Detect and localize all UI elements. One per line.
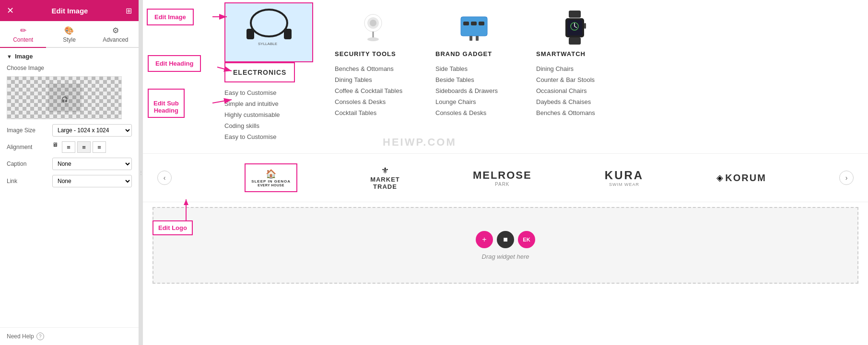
list-item[interactable]: Consoles & Desks [335, 96, 411, 107]
electronics-heading-box: ELECTRONICS [224, 62, 295, 82]
svg-rect-24 [479, 22, 484, 25]
nav-next-button[interactable]: › [839, 171, 854, 185]
link-row: Link None [7, 175, 132, 187]
main-content: Edit Image Edit Heading Edit Sub Heading [143, 0, 868, 345]
smartwatch-list: Dining Chairs Counter & Bar Stools Occas… [536, 63, 613, 118]
top-area: Edit Image Edit Heading Edit Sub Heading [143, 0, 868, 153]
image-size-select[interactable]: Large - 1024 x 1024 [52, 124, 132, 137]
link-select[interactable]: None [52, 175, 132, 187]
edit-subheading-label: Edit Sub Heading [153, 100, 179, 114]
svg-rect-34 [584, 23, 586, 29]
list-item[interactable]: Coffee & Cocktail Tables [335, 85, 411, 96]
add-widget-button[interactable]: + [476, 231, 493, 248]
tab-advanced-label: Advanced [103, 36, 128, 43]
brand-name-text: SLEEP IN GENOA EVERY HOUSE [251, 179, 291, 187]
brand-gadget-title: BRAND GADGET [435, 50, 512, 58]
image-preview[interactable]: 🎧 [7, 76, 122, 119]
electronics-list: Easy to Customise Simple and intuitive H… [224, 87, 295, 142]
brand-gadget-list: Side Tables Beside Tables Sideboards & D… [435, 63, 512, 118]
advanced-icon: ⚙ [112, 26, 119, 35]
list-item[interactable]: Beside Tables [435, 74, 512, 85]
list-item[interactable]: Occasional Chairs [536, 85, 613, 96]
brand-item-korum[interactable]: ◈ KORUM [716, 172, 766, 184]
brand-item-melrose[interactable]: MELROSE PARK [473, 169, 532, 187]
list-item[interactable]: Consoles & Desks [435, 107, 512, 118]
grid-icon[interactable]: ⊞ [126, 6, 132, 15]
chevron-icon: ▼ [7, 54, 12, 59]
brand-name-melrose: MELROSE [473, 169, 532, 182]
nav-prev-button[interactable]: ‹ [157, 171, 172, 185]
drag-text: Drag widget here [482, 253, 529, 260]
brand-sub-melrose: PARK [473, 182, 532, 187]
security-tools-list: Benches & Ottomans Dining Tables Coffee … [335, 63, 411, 118]
list-item[interactable]: Simple and intuitive [224, 98, 295, 109]
edit-heading-label: Edit Heading [155, 60, 193, 67]
security-tools-col: SECURITY TOOLS Benches & Ottomans Dining… [335, 10, 411, 118]
gadget-svg [456, 10, 492, 46]
list-item[interactable]: Lounge Chairs [435, 96, 512, 107]
caption-select[interactable]: None [52, 158, 132, 170]
close-icon[interactable]: ✕ [7, 5, 14, 16]
tab-content[interactable]: ✏ Content [0, 21, 46, 48]
list-item[interactable]: Benches & Ottomans [335, 63, 411, 74]
electronics-column: ELECTRONICS Easy to Customise Simple and… [224, 62, 295, 142]
brand-item-kura[interactable]: KURA SWIM WEAR [605, 169, 644, 187]
section-title: Image [15, 53, 33, 60]
svg-point-18 [370, 20, 376, 26]
list-item[interactable]: Dining Chairs [536, 63, 613, 74]
brand-name-korum: KORUM [725, 172, 766, 184]
list-item[interactable]: Counter & Bar Stools [536, 74, 613, 85]
bottom-section: + ■ EK Drag widget here [152, 207, 858, 284]
list-item[interactable]: Sideboards & Drawers [435, 85, 512, 96]
list-item[interactable]: Easy to Customise [224, 87, 295, 98]
tab-advanced[interactable]: ⚙ Advanced [93, 21, 139, 48]
content-area: Edit Image Edit Heading Edit Sub Heading [143, 0, 868, 345]
svg-rect-25 [469, 36, 472, 41]
brand-icon: 🏠 [266, 169, 276, 179]
list-item[interactable]: Benches & Ottomans [536, 107, 613, 118]
smartwatch-col: SMARTWATCH Dining Chairs Counter & Bar S… [536, 10, 613, 118]
watch-svg [557, 10, 593, 46]
list-item[interactable]: Dining Tables [335, 74, 411, 85]
brands-section: ‹ 🏠 SLEEP IN GENOA EVERY HOUSE Edit Logo [143, 153, 868, 202]
tab-style[interactable]: 🎨 Style [46, 21, 92, 48]
svg-rect-22 [463, 22, 469, 25]
svg-text:🎧: 🎧 [61, 96, 68, 103]
svg-rect-21 [461, 17, 487, 36]
brand-sub-kura: SWIM WEAR [609, 182, 639, 187]
align-right-button[interactable]: ≡ [93, 141, 106, 153]
choose-image-row: Choose Image [7, 65, 132, 71]
content-icon: ✏ [20, 26, 26, 35]
camera-svg [355, 10, 391, 46]
brand-logo-sleep-in-genoa[interactable]: 🏠 SLEEP IN GENOA EVERY HOUSE [245, 163, 297, 192]
help-label[interactable]: Need Help [7, 333, 34, 340]
tab-content-label: Content [13, 36, 33, 43]
align-left-button[interactable]: ≡ [62, 141, 75, 153]
svg-point-20 [367, 37, 379, 41]
list-item[interactable]: Highly customisable [224, 109, 295, 120]
ek-button[interactable]: EK [518, 231, 535, 248]
brand-item-market-trade[interactable]: ⚜ MARKET TRADE [370, 165, 400, 190]
stop-button[interactable]: ■ [497, 231, 514, 248]
sidebar-body: ▼ Image Choose Image 🎧 [0, 48, 139, 327]
brand-name-market: MARKET TRADE [370, 176, 400, 190]
image-section-header[interactable]: ▼ Image [7, 53, 132, 60]
list-item[interactable]: Coding skills [224, 120, 295, 131]
brand-gadget-col: BRAND GADGET Side Tables Beside Tables S… [435, 10, 512, 118]
svg-rect-33 [569, 37, 581, 45]
list-item[interactable]: Easy to Customise [224, 131, 295, 142]
resize-handle[interactable]: ⋮ [139, 0, 143, 345]
sidebar-title: Edit Image [52, 7, 88, 15]
align-center-button[interactable]: ≡ [77, 141, 91, 153]
electronics-heading: ELECTRONICS [233, 69, 286, 76]
caption-row: Caption None [7, 158, 132, 170]
image-size-row: Image Size Large - 1024 x 1024 [7, 124, 132, 137]
choose-image-label: Choose Image [7, 65, 52, 71]
list-item[interactable]: Daybeds & Chaises [536, 96, 613, 107]
help-icon[interactable]: ? [36, 333, 44, 340]
brand-item-sleep-in-genoa: 🏠 SLEEP IN GENOA EVERY HOUSE Edit Logo [245, 163, 297, 192]
list-item[interactable]: Cocktail Tables [335, 107, 411, 118]
watermark: HEIWP.COM [383, 136, 457, 149]
edit-logo-annotation: Edit Logo [152, 220, 193, 235]
list-item[interactable]: Side Tables [435, 63, 512, 74]
